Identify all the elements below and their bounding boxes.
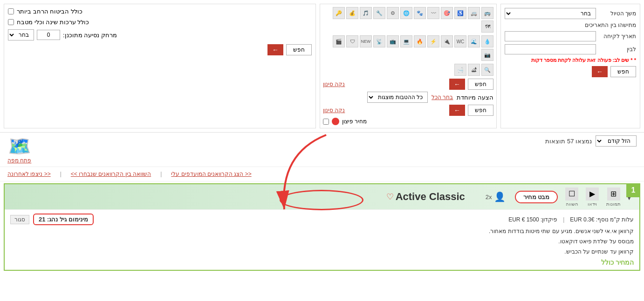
- result-number-1: 1: [626, 183, 640, 197]
- result-detail-row: עלות ק"מ נוסף: EUR 0.3€ | פיקדון: EUR € …: [10, 214, 634, 225]
- results-section: 1 ▼ ⊞ תמונות ▶ וידאו ☐ השווה: [0, 183, 644, 271]
- result-body-1: עלות ק"מ נוסף: EUR 0.3€ | פיקדון: EUR € …: [5, 209, 639, 270]
- middle-search-panel: 🚌 🚐 ♿ 🎯 〰 🐾 🌐 ⚙ 🔧 🎵 💰 🔑 🗺 💧 🌊 WC 🔌: [320, 4, 497, 128]
- amenity-icon-wc[interactable]: WC: [454, 35, 466, 47]
- map-icon: 🗺️: [8, 135, 31, 157]
- return-date-input[interactable]: [505, 44, 596, 54]
- amenity-icons-row1: 🚌 🚐 ♿ 🎯 〰 🐾 🌐 ⚙ 🔧 🎵 💰 🔑 🗺: [323, 7, 493, 33]
- amenity-icon-a9[interactable]: 🔧: [373, 7, 385, 19]
- mid-back-button2[interactable]: ←: [449, 105, 465, 116]
- compare-icon: ☐: [565, 187, 578, 201]
- trip-type-label: משך הטיול: [599, 10, 636, 17]
- amenity-icon-b10[interactable]: NEW: [360, 35, 372, 47]
- left-search-button[interactable]: חפש: [610, 66, 636, 77]
- navigation-links: << הצג הקרוואנים המועדפים עלי | השוואה ב…: [0, 167, 644, 181]
- amenity-icon-bus[interactable]: 🚌: [481, 7, 493, 19]
- open-map-container[interactable]: 🗺️ פתח מפה: [7, 135, 31, 164]
- pickup-date-label: תאריך לקיחה: [599, 33, 636, 40]
- amenity-icon-b13[interactable]: 📷: [481, 49, 493, 61]
- mid-search-button2[interactable]: חפש: [468, 105, 493, 116]
- distance-input[interactable]: [37, 30, 60, 40]
- right-detail: מינימום גיל נהג: 21 סגור: [10, 214, 94, 225]
- person-icon: 👤: [494, 191, 506, 202]
- desc3: קרוואן עד שנתיים על הכביש.: [10, 247, 634, 256]
- result-card-1: 1 ▼ ⊞ תמונות ▶ וידאו ☐ השווה: [4, 183, 640, 271]
- open-map-link[interactable]: פתח מפה: [7, 157, 31, 164]
- sort-select[interactable]: הזל קודם: [596, 135, 637, 147]
- amenity-icon-c1[interactable]: 🔍: [481, 64, 493, 76]
- distance-select[interactable]: בחר: [8, 29, 34, 40]
- right-search-panel: כולל הביטוח הרחב ביותר כולל ערכות שינה ו…: [4, 4, 316, 128]
- bed-checkbox[interactable]: [8, 19, 14, 25]
- amenity-icon-b1[interactable]: 💧: [481, 35, 493, 47]
- left-back-button[interactable]: ←: [592, 66, 608, 77]
- note-text: * * שים לב: פעולה זאת עלולה לקחת מספר דק…: [505, 57, 636, 63]
- action-photos[interactable]: ⊞ תמונות: [606, 187, 621, 207]
- persons-info: 👤 2x: [486, 191, 506, 202]
- amenity-icon-a7[interactable]: 🌐: [400, 7, 412, 19]
- insurance-label: כולל הביטוח הרחב ביותר: [17, 8, 82, 15]
- right-search-button[interactable]: חפש: [286, 44, 312, 55]
- additional-km: עלות ק"מ נוסף: EUR 0.3€: [570, 216, 634, 223]
- total-price-area[interactable]: המחיר כולל: [10, 259, 634, 266]
- nav-separator-1: |: [160, 171, 162, 177]
- amenity-icon-a8[interactable]: ⚙: [387, 7, 399, 19]
- video-label: וידאו: [588, 201, 597, 207]
- nav-link-recent[interactable]: << ניצפו לאחרונה: [7, 171, 51, 177]
- all-deals-link[interactable]: בחר הכל: [432, 94, 453, 100]
- amenity-icon-b12[interactable]: 🎬: [333, 35, 345, 47]
- amenity-icon-a13[interactable]: 🗺: [481, 20, 493, 33]
- amenity-icon-b11[interactable]: 🛡: [346, 35, 358, 47]
- clear-filter-link[interactable]: נקה סינון: [323, 81, 345, 87]
- price-badge-container: מבט מחיר: [515, 191, 558, 203]
- heart-icon[interactable]: ♡: [386, 192, 394, 202]
- amenity-icon-wave[interactable]: 〰: [427, 7, 439, 19]
- action-compare[interactable]: ☐ השווה: [565, 187, 578, 207]
- compare-label: השווה: [566, 201, 578, 207]
- amenity-icon-b9[interactable]: 📡: [373, 35, 385, 47]
- mid-search-button[interactable]: חפש: [468, 79, 493, 90]
- nav-link-last-viewed[interactable]: << הצג הקרוואנים המועדפים עלי: [171, 171, 251, 177]
- pickup-date-input[interactable]: [505, 31, 596, 41]
- video-icon: ▶: [586, 187, 599, 201]
- amenity-icon-b2[interactable]: 🌊: [468, 35, 480, 47]
- price-fire-checkbox[interactable]: [323, 119, 329, 125]
- amenity-icon-b4[interactable]: 🔌: [441, 35, 453, 47]
- results-count: נמצאו 57 תוצאות: [545, 138, 592, 145]
- photos-label: תמונות: [606, 201, 621, 207]
- clear-filter-link2[interactable]: נקה סינון: [323, 107, 345, 114]
- action-video[interactable]: ▶ וידאו: [586, 187, 599, 207]
- insurance-checkbox[interactable]: [8, 8, 14, 14]
- desc2: מבוסס על שלדת פיאט דוקאטו.: [10, 237, 634, 246]
- map-sort-section: הזל קודם נמצאו 57 תוצאות 🗺️ פתח מפה: [0, 133, 644, 167]
- price-badge[interactable]: מבט מחיר: [515, 191, 558, 203]
- right-back-button[interactable]: ←: [267, 44, 283, 55]
- amenity-icon-a12[interactable]: 🔑: [333, 7, 345, 19]
- total-price-link[interactable]: המחיר כולל: [601, 259, 634, 266]
- mid-back-button[interactable]: ←: [449, 79, 465, 90]
- left-search-panel: משך הטיול בחר מתישהו בין התאריכים תאריך …: [500, 4, 640, 128]
- special-offer-label: הצעה מיוחדת: [457, 94, 493, 101]
- amenity-icon-b8[interactable]: 📺: [387, 35, 399, 47]
- special-offer-dropdown[interactable]: כל ההטבות מוצגות: [367, 92, 428, 103]
- result-title: Active Classic: [396, 191, 465, 203]
- bed-label: כולל ערכות שינה וכלי מטבח: [17, 19, 89, 26]
- amenity-icon-target[interactable]: ♿: [454, 7, 466, 19]
- to-label: לבין: [599, 46, 636, 53]
- amenity-icon-a6[interactable]: 🐾: [414, 7, 426, 19]
- amenity-icon-c3[interactable]: 🛁: [454, 64, 466, 76]
- amenity-icon-b5[interactable]: ⚡: [427, 35, 439, 47]
- amenity-icon-van[interactable]: 🚐: [468, 7, 480, 19]
- flame-icon: [332, 118, 339, 125]
- amenity-icon-b6[interactable]: 🔥: [414, 35, 426, 47]
- amenity-icon-a10[interactable]: 🎵: [360, 7, 372, 19]
- nav-link-compare[interactable]: השוואה בין הקרוואנים שנבחרו >>: [71, 171, 151, 177]
- amenity-icon-fish[interactable]: 🎯: [441, 7, 453, 19]
- amenity-icon-a11[interactable]: 💰: [346, 7, 358, 19]
- action-icons: ⊞ תמונות ▶ וידאו ☐ השווה: [565, 187, 621, 207]
- price-fire-label: מחיר פיצון: [342, 118, 367, 125]
- amenity-icons-row3: 🔍 🏕 🛁: [323, 64, 493, 76]
- trip-type-select[interactable]: בחר: [505, 8, 596, 19]
- amenity-icon-b7[interactable]: 💻: [400, 35, 412, 47]
- amenity-icon-c2[interactable]: 🏕: [468, 64, 480, 76]
